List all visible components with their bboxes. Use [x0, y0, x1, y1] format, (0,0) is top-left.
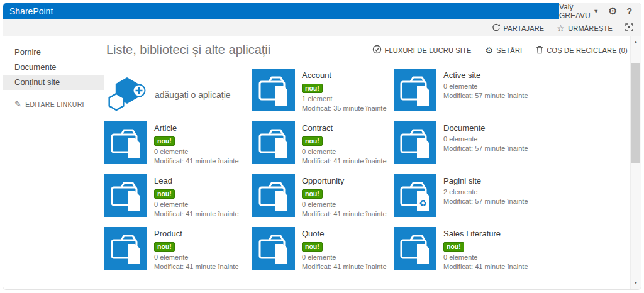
tile-text: Pagini site 2 elemente Modificat: 57 min… — [443, 174, 528, 206]
tile-text: Lead nou! 0 elemente Modificat: 41 minut… — [154, 174, 239, 219]
edit-links-button[interactable]: ✎ EDITARE LINKURI — [3, 100, 104, 108]
folder-document-icon[interactable]: ♻ — [394, 174, 436, 217]
folder-document-icon[interactable] — [394, 227, 436, 270]
tile-count: 0 elemente — [154, 200, 239, 209]
tile-modified: Modificat: 57 minute înainte — [443, 91, 528, 101]
tile-title[interactable]: Product — [154, 229, 239, 239]
follow-label: URMĂREȘTE — [568, 25, 613, 32]
brand-logo[interactable]: SharePoint — [3, 3, 559, 19]
tile-title[interactable]: Sales Literature — [443, 229, 528, 239]
app-tile[interactable]: Contract nou! 0 elemente Modificat: 41 m… — [252, 121, 394, 174]
new-badge: nou! — [154, 242, 175, 252]
app-tile[interactable]: Sales Literature nou! 0 elemente Modific… — [394, 227, 541, 280]
workflow-check-icon — [372, 45, 382, 55]
tile-text: Contract nou! 0 elemente Modificat: 41 m… — [302, 121, 387, 166]
site-workflows-button[interactable]: FLUXURI DE LUCRU SITE — [372, 45, 472, 55]
tile-title[interactable]: Pagini site — [443, 176, 528, 186]
tile-modified: Modificat: 41 minute înainte — [302, 157, 387, 166]
chevron-down-icon: ▼ — [593, 8, 599, 14]
scrollbar-thumb[interactable] — [631, 63, 640, 163]
tile-count: 0 elemente — [154, 253, 239, 262]
app-tile[interactable]: Article nou! 0 elemente Modificat: 41 mi… — [104, 121, 252, 174]
tile-modified: Modificat: 35 minute înainte — [302, 104, 387, 113]
user-menu[interactable]: Valÿ GREAVU ▼ — [559, 3, 599, 20]
tile-modified: Modificat: 57 minute înainte — [443, 197, 528, 206]
add-app-hexagon-icon — [104, 74, 147, 116]
follow-button[interactable]: ☆ URMĂREȘTE — [557, 24, 613, 33]
app-tile[interactable]: Product nou! 0 elemente Modificat: 41 mi… — [104, 227, 252, 280]
tile-title[interactable]: Documente — [443, 123, 528, 133]
recycle-bin-icon — [536, 45, 543, 55]
tile-count: 1 element — [302, 94, 387, 104]
tile-count: 0 elemente — [302, 253, 387, 262]
add-app-tile[interactable]: adăugați o aplicație — [104, 69, 252, 121]
app-tile[interactable]: Opportunity nou! 0 elemente Modificat: 4… — [252, 174, 394, 227]
main-content: Liste, biblioteci și alte aplicații FLUX… — [104, 36, 630, 289]
new-badge: nou! — [302, 136, 323, 146]
app-tile[interactable]: Quote nou! 0 elemente Modificat: 41 minu… — [252, 227, 394, 280]
tile-title[interactable]: Article — [154, 123, 239, 133]
tile-count: 0 elemente — [443, 135, 528, 144]
help-icon[interactable]: ? — [626, 6, 632, 16]
folder-document-icon[interactable] — [252, 174, 295, 217]
focus-mode-button[interactable] — [625, 23, 633, 33]
tile-modified: Modificat: 41 minute înainte — [302, 209, 387, 219]
tile-count: 0 elemente — [302, 147, 387, 157]
folder-document-icon[interactable] — [104, 121, 147, 164]
tile-count: 0 elemente — [443, 253, 528, 262]
settings-button[interactable]: ⚙ SETĂRI — [486, 46, 523, 55]
folder-document-icon[interactable] — [394, 121, 436, 164]
tile-text: Documente 0 elemente Modificat: 57 minut… — [443, 121, 528, 153]
doc-glyph: ♻ — [419, 198, 427, 208]
add-app-label[interactable]: adăugați o aplicație — [155, 90, 231, 100]
edit-links-label: EDITARE LINKURI — [25, 101, 84, 108]
app-tile[interactable]: Active site 0 elemente Modificat: 57 min… — [394, 69, 541, 121]
site-workflows-label: FLUXURI DE LUCRU SITE — [385, 47, 472, 54]
tile-title[interactable]: Opportunity — [302, 176, 387, 186]
folder-document-icon[interactable] — [394, 69, 436, 111]
folder-document-icon[interactable] — [252, 227, 295, 270]
app-tile[interactable]: ♻ Pagini site 2 elemente Modificat: 57 m… — [394, 174, 541, 227]
suite-bar-right: Valÿ GREAVU ▼ ⚙ ? — [559, 3, 641, 19]
tile-count: 0 elemente — [154, 147, 239, 157]
user-name: Valÿ GREAVU — [559, 3, 591, 20]
new-badge: nou! — [443, 242, 464, 252]
tile-text: Quote nou! 0 elemente Modificat: 41 minu… — [302, 227, 387, 272]
app-tile[interactable]: Lead nou! 0 elemente Modificat: 41 minut… — [104, 174, 252, 227]
settings-gear-icon[interactable]: ⚙ — [608, 6, 617, 16]
tile-title[interactable]: Active site — [443, 70, 528, 80]
folder-document-icon[interactable] — [252, 69, 295, 111]
folder-document-icon[interactable] — [104, 227, 147, 270]
tile-title[interactable]: Quote — [302, 229, 387, 239]
tile-title[interactable]: Account — [302, 70, 387, 80]
tile-text: Active site 0 elemente Modificat: 57 min… — [443, 69, 528, 101]
tile-title[interactable]: Lead — [154, 176, 239, 186]
new-badge: nou! — [302, 242, 323, 252]
recycle-bin-label: COȘ DE RECICLARE (0) — [547, 47, 628, 54]
tile-modified: Modificat: 41 minute înainte — [154, 157, 239, 166]
sidebar-item-pornire[interactable]: Pornire — [3, 45, 104, 60]
tile-modified: Modificat: 41 minute înainte — [443, 262, 528, 272]
app-window: SharePoint Valÿ GREAVU ▼ ⚙ ? PARTAJARE ☆… — [3, 3, 641, 290]
folder-document-icon[interactable] — [252, 121, 295, 164]
suite-bar: SharePoint Valÿ GREAVU ▼ ⚙ ? — [3, 3, 641, 19]
sidebar-item-continut-site[interactable]: Conținut site — [3, 75, 104, 90]
recycle-bin-button[interactable]: COȘ DE RECICLARE (0) — [536, 45, 628, 55]
vertical-scrollbar[interactable]: ▲ ▼ — [630, 36, 641, 289]
tile-text: Article nou! 0 elemente Modificat: 41 mi… — [154, 121, 239, 166]
app-tile[interactable]: Account nou! 1 element Modificat: 35 min… — [252, 69, 394, 121]
tile-title[interactable]: Contract — [302, 123, 387, 133]
header-actions: FLUXURI DE LUCRU SITE ⚙ SETĂRI COȘ DE RE… — [372, 45, 628, 55]
scroll-down-arrow[interactable]: ▼ — [631, 280, 641, 285]
app-tile[interactable]: Documente 0 elemente Modificat: 57 minut… — [394, 121, 541, 174]
tile-count: 2 elemente — [443, 187, 528, 197]
star-icon: ☆ — [557, 24, 565, 33]
folder-document-icon[interactable] — [104, 174, 147, 217]
page-title: Liste, biblioteci și alte aplicații — [106, 43, 270, 57]
scroll-up-arrow[interactable]: ▲ — [631, 40, 641, 44]
new-badge: nou! — [154, 189, 175, 199]
tile-modified: Modificat: 41 minute înainte — [302, 262, 387, 272]
sidebar-item-documente[interactable]: Documente — [3, 60, 104, 75]
tile-count: 0 elemente — [443, 82, 528, 91]
share-button[interactable]: PARTAJARE — [492, 23, 545, 33]
